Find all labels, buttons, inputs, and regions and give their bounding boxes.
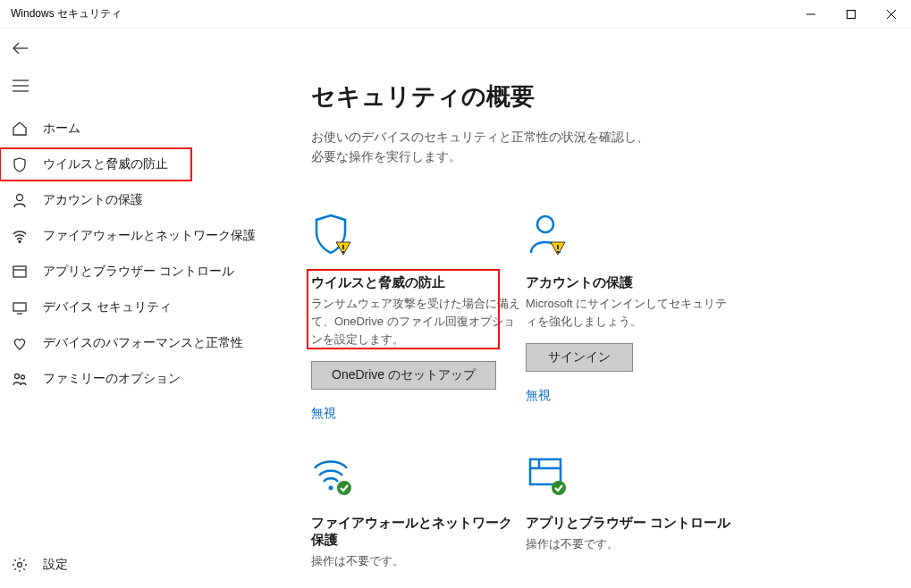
page-description: お使いのデバイスのセキュリティと正常性の状況を確認し、必要な操作を実行します。: [311, 127, 651, 167]
svg-point-23: [337, 481, 351, 495]
sidebar-item-settings[interactable]: 設定: [0, 547, 288, 583]
family-icon: [11, 371, 29, 387]
title-bar: Windows セキュリティ: [0, 0, 911, 29]
card-description: 操作は不要です。: [311, 552, 522, 570]
sidebar-item-health[interactable]: デバイスのパフォーマンスと正常性: [0, 325, 288, 361]
sidebar: ホーム ウイルスと脅威の防止 アカウントの保護: [0, 29, 288, 588]
card-virus: ウイルスと脅威の防止 ランサムウェア攻撃を受けた場合に備えて、OneDrive …: [311, 212, 522, 422]
svg-rect-10: [13, 266, 26, 277]
svg-rect-18: [342, 251, 344, 253]
person-icon: [11, 192, 29, 208]
network-icon: [11, 228, 29, 244]
card-account: アカウントの保護 Microsoft にサインインしてセキュリティを強化しましょ…: [526, 212, 737, 422]
card-firewall: ファイアウォールとネットワーク保護 操作は不要です。: [311, 452, 522, 583]
sidebar-item-account[interactable]: アカウントの保護: [0, 182, 288, 218]
svg-rect-20: [557, 245, 559, 249]
sidebar-item-label: デバイスのパフォーマンスと正常性: [43, 335, 243, 351]
page-title: セキュリティの概要: [311, 80, 890, 113]
sidebar-item-home[interactable]: ホーム: [0, 111, 288, 147]
close-button[interactable]: [871, 0, 911, 28]
dismiss-link[interactable]: 無視: [526, 388, 737, 404]
sidebar-item-family[interactable]: ファミリーのオプション: [0, 361, 288, 397]
maximize-button[interactable]: [831, 0, 871, 28]
shield-warning-icon: [311, 212, 522, 264]
sidebar-item-label: 設定: [43, 557, 68, 573]
window-ok-icon: [526, 452, 737, 504]
heart-icon: [11, 335, 29, 351]
svg-rect-24: [530, 459, 561, 484]
sidebar-item-label: ファイアウォールとネットワーク保護: [43, 228, 256, 244]
onedrive-setup-button[interactable]: OneDrive のセットアップ: [311, 361, 496, 390]
person-warning-icon: [526, 212, 737, 264]
card-title: ファイアウォールとネットワーク保護: [311, 515, 522, 549]
sidebar-item-label: アカウントの保護: [43, 192, 143, 208]
card-title: アカウントの保護: [526, 274, 737, 291]
svg-point-9: [19, 241, 21, 243]
svg-point-16: [18, 563, 22, 567]
sidebar-item-label: ファミリーのオプション: [43, 371, 181, 387]
card-description: ランサムウェア攻撃を受けた場合に備えて、OneDrive のファイル回復オプショ…: [311, 295, 522, 349]
hamburger-icon[interactable]: [13, 80, 29, 95]
card-description: 操作は不要です。: [526, 535, 737, 553]
sidebar-item-appbrowser[interactable]: アプリとブラウザー コントロール: [0, 254, 288, 290]
sidebar-item-firewall[interactable]: ファイアウォールとネットワーク保護: [0, 218, 288, 254]
window-title: Windows セキュリティ: [11, 6, 122, 21]
svg-point-27: [552, 481, 566, 495]
card-title: アプリとブラウザー コントロール: [526, 515, 737, 532]
sidebar-item-label: デバイス セキュリティ: [43, 299, 172, 315]
svg-rect-17: [342, 245, 344, 249]
dismiss-link[interactable]: 無視: [311, 406, 522, 422]
sidebar-item-device[interactable]: デバイス セキュリティ: [0, 290, 288, 325]
card-description: Microsoft にサインインしてセキュリティを強化しましょう。: [526, 295, 737, 331]
svg-rect-12: [13, 303, 26, 311]
svg-point-14: [15, 374, 20, 379]
signin-button[interactable]: サインイン: [526, 343, 633, 372]
main-content: セキュリティの概要 お使いのデバイスのセキュリティと正常性の状況を確認し、必要な…: [288, 29, 911, 588]
svg-rect-1: [847, 10, 855, 18]
network-ok-icon: [311, 452, 522, 504]
home-icon: [11, 121, 29, 137]
svg-point-15: [21, 375, 25, 379]
card-title: ウイルスと脅威の防止: [311, 274, 522, 291]
svg-rect-21: [557, 251, 559, 253]
svg-point-22: [329, 486, 333, 491]
minimize-button[interactable]: [790, 0, 831, 28]
sidebar-item-label: ホーム: [43, 121, 80, 137]
card-app-browser: アプリとブラウザー コントロール 操作は不要です。: [526, 452, 737, 583]
back-icon[interactable]: [11, 39, 30, 60]
highlight-annotation: [0, 147, 192, 181]
svg-point-8: [17, 195, 23, 201]
gear-icon: [11, 557, 29, 573]
svg-point-19: [537, 216, 553, 232]
device-icon: [11, 299, 29, 315]
sidebar-item-label: アプリとブラウザー コントロール: [43, 264, 234, 280]
window-controls: [790, 0, 911, 28]
window-icon: [11, 264, 29, 280]
